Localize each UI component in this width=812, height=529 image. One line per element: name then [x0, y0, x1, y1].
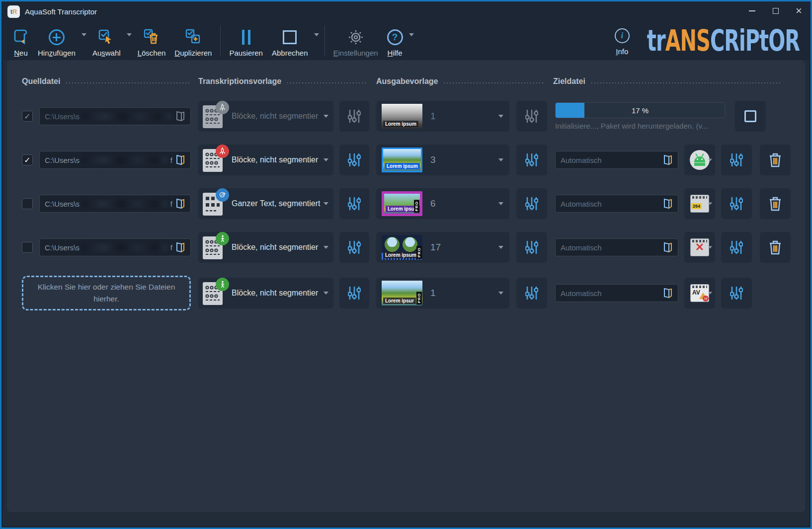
column-headers: Quelldatei Transkriptionsvorlage Ausgabe… [22, 77, 791, 86]
duplicate-button[interactable]: Duplizieren [170, 21, 216, 60]
progress-bar: 17 % [555, 102, 725, 118]
add-plus-circle-icon [49, 27, 65, 48]
browse-folder-icon[interactable] [662, 198, 674, 210]
output-template-dropdown[interactable]: Lorem ipsumPRO 6 [376, 188, 509, 219]
new-button[interactable]: Neu [8, 21, 33, 60]
maximize-button[interactable] [764, 1, 787, 20]
source-path-field[interactable]: C:\Users\sf [39, 195, 191, 213]
redacted-path [82, 244, 167, 251]
titlebar: tR AquaSoft Transcriptor × [1, 1, 811, 21]
job-row: C:\Users\sf Blöcke, nicht segmentier Lor… [22, 232, 791, 263]
toolbar-separator [220, 25, 221, 56]
pause-icon [242, 27, 250, 48]
target-file-field[interactable]: Automatisch [555, 284, 678, 302]
browse-folder-icon[interactable] [662, 154, 674, 166]
av1-format-icon: AV10 [690, 284, 709, 302]
format-settings-button[interactable] [721, 232, 752, 263]
output-thumbnail: Lorem ipsum [382, 104, 422, 129]
format-dropdown-h264[interactable]: 264 [684, 188, 715, 219]
delete-row-button[interactable] [760, 232, 791, 263]
abort-dropdown-caret[interactable] [313, 36, 321, 45]
selection-button[interactable]: Auswahl [88, 21, 125, 60]
template-settings-button[interactable] [339, 188, 369, 219]
add-button[interactable]: Hinzufügen [33, 21, 80, 60]
add-dropdown-caret[interactable] [80, 36, 88, 45]
target-file-field[interactable]: Automatisch [555, 195, 678, 213]
duplicate-icon [184, 27, 202, 48]
template-dropdown[interactable]: Blöcke, nicht segmentier [198, 101, 333, 132]
rocket-badge-icon [216, 101, 229, 114]
transcriptor-logo: trANSCRiPtOR [647, 24, 800, 58]
dropdown-caret-icon [324, 202, 328, 205]
source-path-field[interactable]: C:\Users\sf [39, 151, 191, 169]
row-checkbox[interactable] [22, 198, 33, 209]
target-file-field[interactable]: Automatisch [555, 238, 678, 256]
output-settings-button[interactable] [516, 188, 547, 219]
file-drop-zone[interactable]: Klicken Sie hier oder ziehen Sie Dateien… [22, 276, 191, 310]
format-dropdown-android[interactable] [684, 145, 715, 175]
job-list-panel: Quelldatei Transkriptionsvorlage Ausgabe… [7, 60, 805, 512]
dropdown-caret-icon [498, 292, 503, 295]
job-row: C:\Users\sf Ganzer Text, segmentiert Lor… [22, 188, 791, 219]
info-button[interactable]: i Info [610, 23, 634, 59]
dropdown-caret-icon [324, 115, 328, 118]
format-settings-button[interactable] [721, 278, 752, 308]
help-button[interactable]: ? Hilfe [383, 21, 407, 60]
delete-button[interactable]: Löschen [133, 21, 170, 60]
blocks-template-icon [203, 148, 225, 172]
output-template-dropdown[interactable]: Lorem ipsum 1 [376, 101, 509, 132]
stop-job-button[interactable] [735, 101, 766, 132]
browse-folder-icon[interactable] [662, 287, 674, 299]
output-settings-button[interactable] [516, 101, 547, 132]
output-template-dropdown[interactable]: Lorem ipsumPRO 17 [376, 232, 509, 263]
dropdown-caret-icon [708, 292, 712, 295]
close-button[interactable]: × [787, 1, 811, 20]
job-row: ✓ C:\Users\s Blöcke, nicht segmentier Lo… [22, 101, 791, 132]
template-dropdown[interactable]: Ganzer Text, segmentiert [198, 188, 333, 219]
template-settings-button[interactable] [339, 278, 369, 308]
template-dropdown[interactable]: Blöcke, nicht segmentier [198, 145, 333, 175]
source-path-field[interactable]: C:\Users\s [39, 107, 191, 125]
minimize-button[interactable] [740, 1, 764, 20]
blocks-template-icon [203, 104, 225, 128]
template-dropdown[interactable]: Blöcke, nicht segmentier [198, 278, 333, 308]
target-file-field[interactable]: Automatisch [555, 151, 678, 169]
abort-button[interactable]: Abbrechen [267, 21, 313, 60]
format-settings-button[interactable] [721, 145, 752, 175]
format-dropdown-cut[interactable]: ✕ [684, 232, 715, 263]
stop-icon [744, 110, 756, 122]
delete-row-button[interactable] [760, 145, 791, 175]
template-settings-button[interactable] [339, 145, 369, 175]
output-settings-button[interactable] [516, 232, 547, 263]
output-template-dropdown[interactable]: Lorem ipsum 3 [376, 145, 509, 175]
row-checkbox[interactable]: ✓ [22, 111, 33, 122]
output-settings-button[interactable] [516, 145, 547, 175]
selection-dropdown-caret[interactable] [125, 36, 133, 45]
output-settings-button[interactable] [516, 278, 547, 308]
source-path-field[interactable]: C:\Users\sf [39, 238, 191, 256]
pause-button[interactable]: Pausieren [225, 21, 267, 60]
abort-stop-icon [283, 27, 297, 48]
template-settings-button[interactable] [339, 232, 369, 263]
template-dropdown[interactable]: Blöcke, nicht segmentier [198, 232, 333, 263]
settings-button[interactable]: Einstellungen [329, 21, 383, 60]
redacted-path [82, 113, 171, 120]
output-thumbnail: Lorem ipsum [382, 148, 422, 172]
help-dropdown-caret[interactable] [407, 36, 415, 45]
format-dropdown-av1[interactable]: AV10 [684, 278, 715, 308]
pen-badge-icon [216, 188, 229, 202]
android-format-icon [690, 150, 710, 170]
browse-folder-icon[interactable] [174, 241, 186, 253]
browse-folder-icon[interactable] [174, 110, 186, 122]
format-settings-button[interactable] [721, 188, 752, 219]
template-settings-button[interactable] [339, 101, 369, 132]
output-template-dropdown[interactable]: Lorem ipsurPRO 1 [376, 278, 509, 308]
browse-folder-icon[interactable] [174, 198, 186, 210]
app-logo-icon: tR [7, 5, 20, 18]
row-checkbox[interactable] [22, 242, 33, 253]
blocks-template-icon [203, 235, 225, 259]
browse-folder-icon[interactable] [174, 154, 186, 166]
row-checkbox[interactable]: ✓ [22, 154, 33, 165]
delete-row-button[interactable] [760, 188, 791, 219]
browse-folder-icon[interactable] [662, 241, 674, 253]
